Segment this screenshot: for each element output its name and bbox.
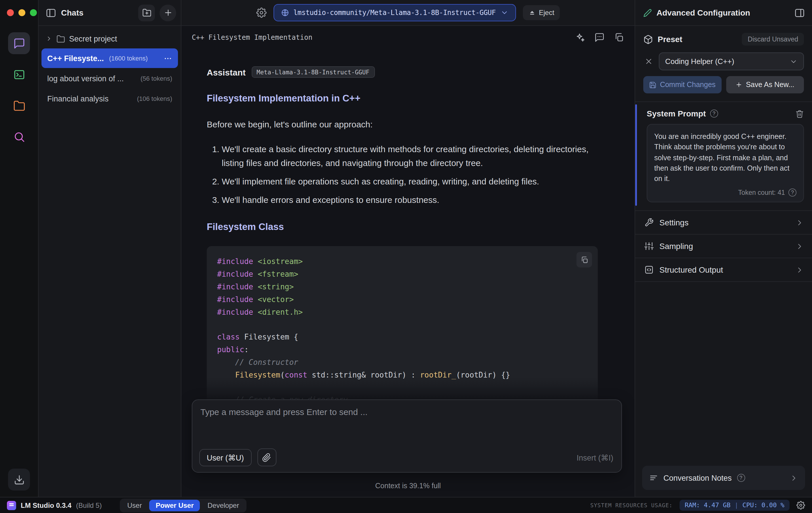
- chat-item-log-version[interactable]: log about version of ... (56 tokens): [41, 69, 178, 88]
- chevron-right-icon: [789, 474, 798, 482]
- chevron-down-icon: [789, 57, 798, 65]
- token-count: Token count: 41: [738, 189, 785, 196]
- folder-icon: [56, 34, 65, 43]
- chevron-down-icon: [500, 9, 509, 17]
- status-bar: LM Studio 0.3.4 (Build 5) User Power Use…: [0, 497, 812, 513]
- message-list: We'll create a basic directory structure…: [207, 143, 598, 207]
- context-usage-status: Context is 39.1% full: [181, 482, 635, 490]
- message-list-item: We'll create a basic directory structure…: [222, 143, 598, 169]
- new-folder-button[interactable]: [138, 4, 155, 21]
- section-structured-output[interactable]: Structured Output: [635, 259, 812, 282]
- discard-unsaved-button[interactable]: Discard Unsaved: [742, 33, 804, 46]
- message-composer: User (⌘U) Insert (⌘I): [192, 400, 622, 473]
- save-as-new-button[interactable]: Save As New...: [726, 76, 804, 93]
- chat-bubble-settings-icon: [594, 32, 605, 43]
- help-icon[interactable]: ?: [710, 109, 718, 117]
- duplicate-chat-button[interactable]: [614, 32, 624, 43]
- right-panel-header: Advanced Configuration: [635, 0, 812, 25]
- sidebar-header: Chats: [38, 0, 181, 25]
- user-mode-toggle: User Power User Developer: [120, 498, 246, 512]
- model-selector[interactable]: lmstudio-community/Meta-Llama-3.1-8B-Ins…: [273, 4, 516, 21]
- mode-user[interactable]: User: [121, 500, 148, 511]
- minimize-window-button[interactable]: [19, 9, 25, 16]
- terminal-icon: [13, 68, 25, 80]
- message-input[interactable]: [200, 407, 613, 440]
- chat-header: C++ Filesystem Implementation: [181, 26, 635, 49]
- zoom-window-button[interactable]: [30, 9, 37, 16]
- wrench-icon: [644, 218, 654, 227]
- gear-icon: [796, 501, 805, 510]
- nav-my-models-button[interactable]: [8, 94, 30, 116]
- help-icon[interactable]: ?: [788, 189, 796, 197]
- paperclip-icon: [262, 453, 271, 462]
- ellipsis-icon: [164, 54, 172, 62]
- toggle-right-panel-button[interactable]: [794, 7, 805, 18]
- chat-item-cpp-filesystem[interactable]: C++ Filesyste... (1600 tokens): [41, 48, 178, 68]
- globe-icon: [281, 9, 289, 17]
- plus-icon: [735, 81, 742, 88]
- gear-icon: [256, 7, 266, 18]
- settings-button[interactable]: [796, 501, 805, 510]
- trash-icon: [795, 109, 804, 118]
- resources-usage: RAM: 4.47 GB | CPU: 0.00 %: [679, 500, 789, 511]
- section-sampling[interactable]: Sampling: [635, 235, 812, 259]
- nav-chats-button[interactable]: [8, 32, 30, 54]
- folder-icon: [13, 100, 25, 111]
- help-icon[interactable]: ?: [737, 474, 745, 482]
- message-heading-1: Filesystem Implementation in C++: [207, 93, 598, 104]
- close-icon: [644, 57, 653, 66]
- chat-main: C++ Filesystem Implementation Assistant …: [181, 26, 635, 497]
- lm-studio-window: Chats lmstudio-community/Meta-Llama-3.1-…: [0, 0, 812, 513]
- new-chat-button[interactable]: [160, 4, 176, 21]
- clear-system-prompt-button[interactable]: [795, 109, 804, 118]
- window-controls: [7, 9, 37, 16]
- commit-changes-button[interactable]: Commit Changes: [643, 76, 721, 93]
- mode-developer[interactable]: Developer: [201, 500, 245, 511]
- code-content: #include <iostream>#include <fstream>#in…: [217, 255, 587, 419]
- copy-code-button[interactable]: [577, 252, 592, 268]
- message-list-item: We'll handle errors and exceptions to en…: [222, 193, 598, 207]
- app-build: (Build 5): [76, 501, 102, 509]
- plus-icon: [163, 8, 172, 17]
- message-intro: Before we begin, let's outline our appro…: [207, 117, 598, 131]
- insert-button[interactable]: Insert (⌘I): [577, 453, 613, 462]
- clear-preset-button[interactable]: [644, 57, 653, 66]
- role-toggle-button[interactable]: User (⌘U): [199, 449, 251, 466]
- preset-label: Preset: [658, 34, 683, 44]
- chevron-right-icon: [46, 35, 52, 42]
- toggle-sidebar-button[interactable]: [46, 7, 56, 18]
- model-settings-button[interactable]: [256, 7, 266, 18]
- mode-power-user[interactable]: Power User: [149, 500, 200, 511]
- system-prompt-text: You are an incredibly good C++ engineer.…: [654, 131, 796, 184]
- chat-more-button[interactable]: [164, 54, 172, 62]
- attach-file-button[interactable]: [257, 449, 276, 466]
- conversation-notes-button[interactable]: Conversation Notes ?: [642, 466, 805, 490]
- top-bar: Chats lmstudio-community/Meta-Llama-3.1-…: [38, 0, 812, 26]
- pencil-icon: [643, 8, 652, 17]
- chat-item-financial-analysis[interactable]: Financial analysis (106 tokens): [41, 89, 178, 108]
- section-settings[interactable]: Settings: [635, 211, 812, 235]
- model-name: lmstudio-community/Meta-Llama-3.1-8B-Ins…: [293, 9, 496, 17]
- chevron-right-icon: [795, 266, 804, 274]
- advanced-configuration-panel: Preset Discard Unsaved Coding Helper (C+…: [635, 26, 812, 497]
- nav-developer-button[interactable]: [8, 63, 30, 85]
- chat-title: C++ Filesystem Implementation: [192, 33, 312, 42]
- downloads-button[interactable]: [8, 468, 30, 490]
- sidebar-folder-secret-project[interactable]: Secret project: [38, 29, 181, 48]
- message-model-badge: Meta-Llama-3.1-8B-Instruct-GGUF: [251, 66, 375, 78]
- advanced-config-title: Advanced Configuration: [657, 8, 750, 17]
- system-prompt-label: System Prompt: [647, 109, 706, 118]
- left-rail: [0, 0, 38, 497]
- panel-right-icon: [794, 7, 805, 18]
- system-prompt-editor[interactable]: You are an incredibly good C++ engineer.…: [647, 124, 804, 202]
- prompt-wand-button[interactable]: [575, 32, 585, 43]
- cpu-usage: CPU: 0.00 %: [742, 502, 784, 509]
- message-role-label: Assistant: [207, 67, 245, 77]
- copy-icon: [580, 256, 588, 264]
- chat-settings-button[interactable]: [594, 32, 605, 43]
- close-window-button[interactable]: [7, 9, 14, 16]
- preset-select[interactable]: Coding Helper (C++): [659, 52, 804, 70]
- eject-model-button[interactable]: Eject: [523, 5, 560, 20]
- nav-discover-button[interactable]: [8, 126, 30, 147]
- model-bar: lmstudio-community/Meta-Llama-3.1-8B-Ins…: [181, 0, 635, 25]
